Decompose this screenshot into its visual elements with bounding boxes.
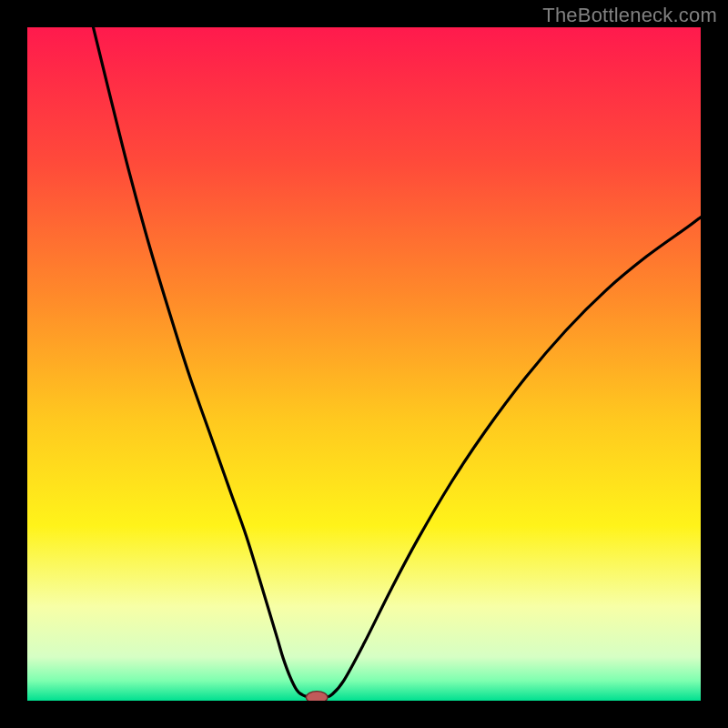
- plot-area: [27, 27, 701, 701]
- watermark-text: TheBottleneck.com: [542, 4, 717, 27]
- plot-background: [27, 27, 701, 701]
- chart-frame: TheBottleneck.com: [0, 0, 728, 728]
- bottleneck-chart: [27, 27, 701, 701]
- min-marker: [306, 692, 328, 701]
